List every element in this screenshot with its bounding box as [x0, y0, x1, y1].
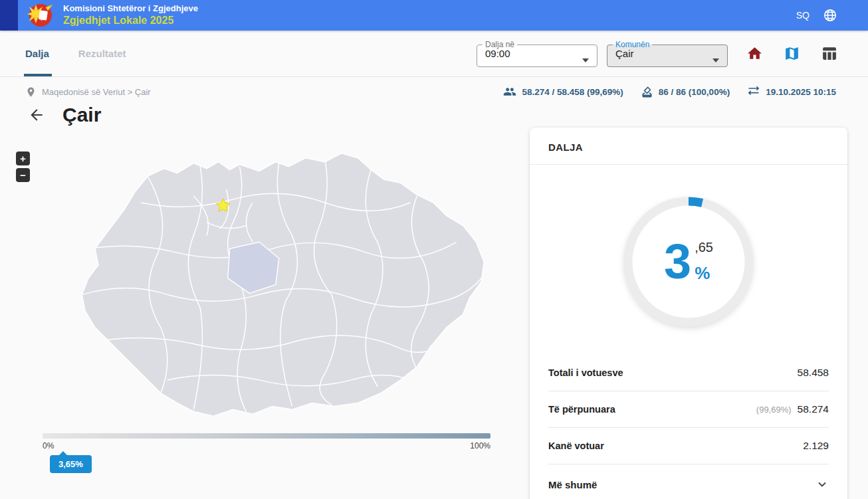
more-label: Më shumë — [548, 479, 815, 490]
breadcrumb-stats-row: Maqedonisë së Veriut > Çair 58.274 / 58.… — [0, 77, 868, 100]
time-select-value: 09:00 — [477, 48, 597, 63]
row-value: 58.458 — [798, 367, 829, 379]
row-sub: (99,69%) — [756, 405, 792, 415]
gauge-integer: 3 — [664, 240, 691, 284]
chevron-down-icon — [712, 58, 719, 62]
map-panel: + − — [25, 126, 512, 473]
scale-max-label: 100% — [470, 441, 490, 450]
org-name: Komisioni Shtetëror i Zgjedhjeve — [63, 3, 198, 14]
more-button[interactable]: Më shumë — [548, 464, 829, 499]
turnout-scale-bar — [43, 433, 490, 439]
globe-icon[interactable] — [823, 8, 837, 23]
tab-rezultatet[interactable]: Rezultatet — [78, 31, 126, 76]
municipality-select[interactable]: Komunën Çair — [607, 40, 728, 67]
gauge-decimal: ,65 — [695, 240, 713, 255]
country-outline — [82, 153, 484, 416]
tab-dalja[interactable]: Dalja — [25, 31, 49, 76]
map-icon[interactable] — [784, 45, 800, 62]
ballot-box-icon — [641, 86, 653, 98]
nav-bar: Dalja Rezultatet Dalja në 09:00 Komunën … — [0, 31, 868, 77]
stat-updated: 19.10.2025 10:15 — [747, 85, 836, 98]
stat-stations-value: 86 / 86 (100,00%) — [659, 87, 730, 97]
breadcrumb-text: Maqedonisë së Veriut > Çair — [42, 87, 151, 97]
commission-logo — [26, 2, 55, 29]
page-title: Çair — [62, 104, 101, 126]
back-arrow-icon[interactable] — [25, 104, 48, 126]
home-icon[interactable] — [746, 45, 763, 62]
turnout-gauge: 3 ,65 % — [622, 195, 755, 328]
gauge-unit: % — [695, 263, 713, 284]
stat-voters-value: 58.274 / 58.458 (99,69%) — [522, 87, 623, 97]
row-label: Të përpunuara — [548, 404, 756, 415]
turnout-card: DALJA 3 ,65 % Totali i votuesve 58.4 — [530, 128, 847, 499]
location-pin-icon — [25, 86, 37, 98]
language-selector[interactable]: SQ — [796, 10, 810, 21]
municipality-map[interactable] — [40, 144, 492, 429]
card-title: DALJA — [530, 128, 847, 165]
app-header: Komisioni Shtetëror i Zgjedhjeve Zgjedhj… — [0, 0, 868, 31]
time-select[interactable]: Dalja në 09:00 — [477, 40, 597, 67]
stat-stations: 86 / 86 (100,00%) — [641, 86, 730, 98]
people-icon — [503, 85, 516, 98]
chevron-down-icon — [582, 58, 589, 62]
zoom-in-button[interactable]: + — [16, 151, 30, 165]
table-row: Të përpunuara (99,69%) 58.274 — [548, 391, 829, 428]
breadcrumb[interactable]: Maqedonisë së Veriut > Çair — [25, 86, 151, 98]
chevron-down-icon — [815, 478, 829, 491]
app-title: Zgjedhjet Lokale 2025 — [63, 14, 198, 27]
table-view-icon[interactable] — [821, 45, 837, 62]
table-row: Totali i votuesve 58.458 — [548, 355, 829, 391]
row-label: Totali i votuesve — [548, 367, 792, 378]
stat-updated-value: 19.10.2025 10:15 — [766, 87, 836, 97]
stat-voters: 58.274 / 58.458 (99,69%) — [503, 85, 623, 98]
turnout-badge: 3,65% — [50, 455, 92, 473]
row-label: Kanë votuar — [548, 441, 797, 451]
row-value: 2.129 — [803, 440, 829, 452]
table-row: Kanë votuar 2.129 — [548, 428, 829, 464]
zoom-out-button[interactable]: − — [16, 168, 30, 182]
sync-icon — [747, 85, 760, 98]
row-value: 58.274 — [798, 403, 829, 415]
scale-min-label: 0% — [43, 441, 54, 450]
header-accent-strip — [0, 0, 18, 31]
municipality-select-value: Çair — [607, 48, 727, 63]
